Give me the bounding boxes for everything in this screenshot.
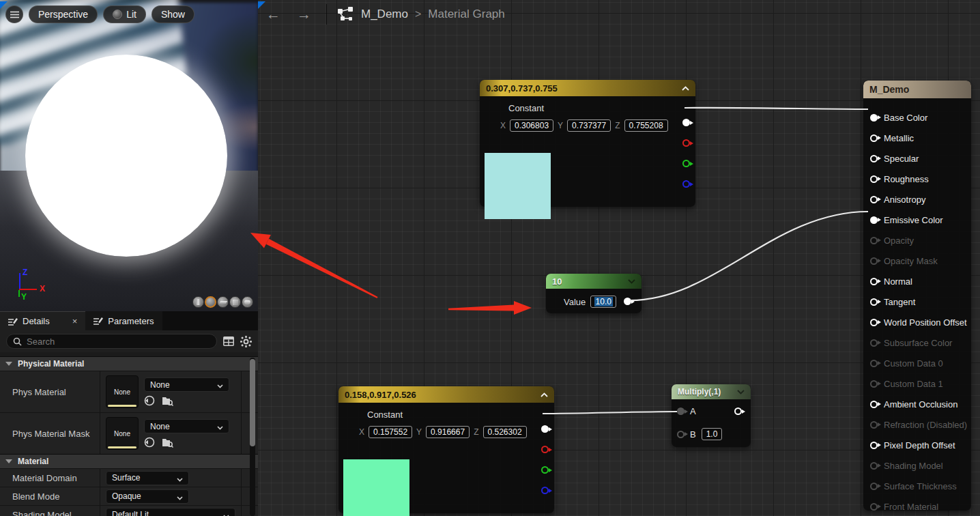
y-value-field[interactable]: 0.737377 [567, 119, 611, 132]
blend-mode-dropdown[interactable]: Opaque [106, 489, 189, 504]
perspective-button[interactable]: Perspective [29, 5, 98, 23]
output-pin-g[interactable] [541, 466, 549, 474]
output-pin-r[interactable] [541, 446, 549, 453]
multiply-input-b-pin[interactable] [677, 431, 684, 438]
input-pin[interactable] [870, 401, 878, 408]
phys-material-dropdown[interactable]: None [144, 377, 229, 392]
output-pin-r[interactable] [682, 139, 690, 147]
lit-label: Lit [126, 9, 136, 20]
viewport-menu-button[interactable] [5, 5, 23, 23]
breadcrumb-root[interactable]: M_Demo [361, 8, 408, 21]
x-value-field[interactable]: 0.306803 [510, 119, 553, 132]
material-result-node-header[interactable]: M_Demo [863, 81, 971, 98]
material-result-node[interactable]: M_Demo Base Color Metallic Specular Roug… [863, 81, 971, 511]
blend-mode-label: Blend Mode [0, 487, 100, 505]
search-input[interactable] [27, 336, 210, 347]
z-value-field[interactable]: 0.526302 [483, 426, 527, 438]
display-filter-icon[interactable] [223, 336, 234, 346]
multiply-input-a-pin[interactable] [677, 407, 684, 415]
phys-material-mask-thumbnail[interactable]: None [106, 417, 139, 450]
shape-cube-button[interactable] [229, 296, 241, 308]
tab-parameters[interactable]: Parameters [85, 311, 162, 330]
phys-material-thumbnail[interactable]: None [106, 375, 139, 408]
input-pin[interactable] [870, 298, 878, 306]
output-pin-rgb[interactable] [682, 119, 690, 126]
multiply-node-header[interactable]: Multiply(,1) [672, 384, 751, 399]
scalar-node-header[interactable]: 10 [546, 274, 642, 289]
pin-row-opacity: Opacity [863, 230, 971, 250]
pin-row-anisotropy[interactable]: Anisotropy [863, 189, 971, 210]
chevron-down-icon[interactable] [628, 279, 635, 284]
input-pin[interactable] [870, 278, 878, 285]
browse-asset-icon[interactable] [162, 438, 173, 448]
pin-row-normal[interactable]: Normal [863, 271, 971, 291]
pin-row-ambient-occlusion[interactable]: Ambient Occlusion [863, 394, 971, 414]
settings-gear-icon[interactable] [240, 336, 252, 347]
z-value-field[interactable]: 0.755208 [624, 119, 668, 132]
output-pin-rgb[interactable] [541, 425, 549, 433]
section-material[interactable]: Material [0, 454, 258, 468]
multiply-b-value-field[interactable]: 1.0 [702, 428, 723, 440]
browse-asset-icon[interactable] [162, 396, 173, 406]
input-pin[interactable] [870, 175, 878, 183]
pin-label: Opacity [884, 235, 914, 246]
pin-row-world-position-offset[interactable]: World Position Offset [863, 312, 971, 332]
left-panel: Perspective Lit Show Z X Y [0, 0, 258, 516]
phys-material-mask-dropdown[interactable]: None [144, 419, 229, 433]
input-pin[interactable] [870, 155, 878, 162]
constant3-node-2[interactable]: 0.158,0.917,0.526 Constant X 0.157552 Y … [338, 386, 554, 513]
constant3-node-1[interactable]: 0.307,0.737,0.755 Constant X 0.306803 Y … [480, 80, 695, 207]
output-pin-b[interactable] [541, 487, 549, 494]
shape-cylinder-button[interactable] [192, 296, 204, 308]
close-icon[interactable]: × [72, 316, 78, 326]
constant3-node-1-header[interactable]: 0.307,0.737,0.755 [480, 80, 695, 96]
pin-row-tangent[interactable]: Tangent [863, 291, 971, 312]
pin-row-specular[interactable]: Specular [863, 148, 971, 169]
graph-breadcrumb-icon [338, 7, 354, 22]
multiply-output-pin[interactable] [734, 407, 742, 415]
lit-mode-button[interactable]: Lit [103, 5, 146, 23]
section-physical-material[interactable]: Physical Material [0, 356, 258, 371]
shape-teapot-button[interactable] [242, 296, 253, 308]
search-box[interactable] [6, 334, 217, 349]
show-menu-button[interactable]: Show [152, 5, 194, 23]
input-pin[interactable] [870, 114, 878, 121]
output-pin-g[interactable] [682, 160, 690, 167]
pin-row-emissive-color[interactable]: Emissive Color [863, 210, 971, 230]
x-value-field[interactable]: 0.157552 [369, 426, 412, 438]
pin-row-roughness[interactable]: Roughness [863, 169, 971, 189]
material-graph-canvas[interactable]: ← → M_Demo > Material Graph 0.307,0.737,… [258, 0, 980, 516]
input-pin[interactable] [870, 216, 878, 224]
input-pin[interactable] [870, 134, 878, 142]
use-selected-asset-icon[interactable] [144, 437, 155, 448]
breadcrumb-current[interactable]: Material Graph [428, 8, 504, 21]
scalar-parameter-node[interactable]: 10 Value 10.0 [546, 274, 642, 313]
scalar-value-field[interactable]: 10.0 [590, 296, 616, 308]
pin-label: Normal [884, 276, 912, 287]
y-value-field[interactable]: 0.916667 [426, 426, 470, 438]
output-pin-b[interactable] [682, 180, 690, 188]
details-scrollbar-thumb[interactable] [250, 359, 255, 446]
pin-row-base-color[interactable]: Base Color [863, 107, 971, 128]
shading-model-dropdown[interactable]: Default Lit [106, 508, 235, 516]
pin-row-custom-data-0: Custom Data 0 [863, 353, 971, 373]
material-domain-dropdown[interactable]: Surface [106, 471, 189, 485]
chevron-up-icon[interactable] [682, 86, 689, 91]
constant3-node-2-header[interactable]: 0.158,0.917,0.526 [338, 386, 554, 403]
multiply-node[interactable]: Multiply(,1) A B 1.0 [672, 384, 751, 447]
pin-row-metallic[interactable]: Metallic [863, 128, 971, 148]
shape-sphere-button[interactable] [205, 296, 216, 308]
tab-details[interactable]: Details × [0, 311, 85, 330]
input-pin[interactable] [870, 196, 878, 203]
chevron-down-icon[interactable] [737, 390, 745, 395]
scalar-output-pin[interactable] [624, 298, 631, 305]
input-pin[interactable] [870, 442, 878, 449]
pin-row-pixel-depth-offset[interactable]: Pixel Depth Offset [863, 435, 971, 455]
shape-plane-button[interactable] [217, 296, 229, 308]
cylinder-icon [196, 299, 201, 305]
input-pin[interactable] [870, 319, 878, 326]
chevron-up-icon[interactable] [541, 392, 548, 397]
use-selected-asset-icon[interactable] [144, 395, 155, 406]
forward-arrow-icon[interactable]: → [289, 6, 319, 23]
preview-viewport[interactable]: Perspective Lit Show Z X Y [0, 0, 258, 311]
